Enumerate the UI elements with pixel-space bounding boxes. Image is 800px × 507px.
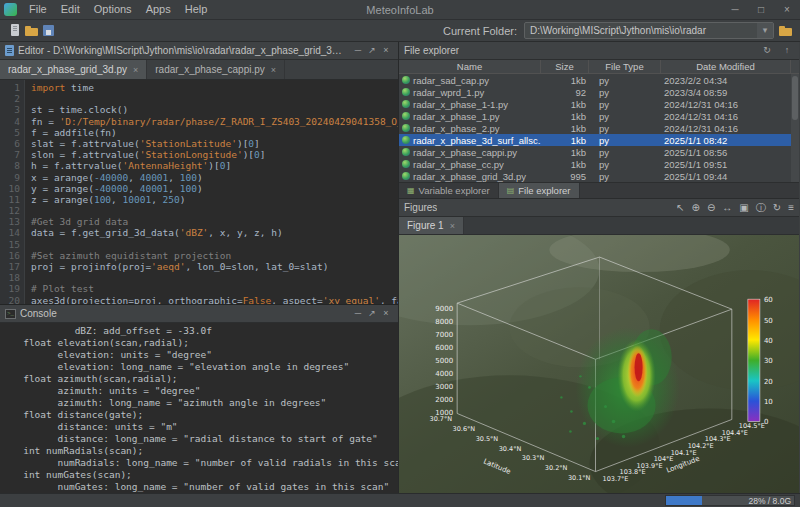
minimize-panel-icon[interactable]: ─: [351, 305, 365, 322]
python-file-icon: [402, 172, 410, 180]
full-extent-icon[interactable]: ▣: [739, 199, 748, 216]
file-explorer-header: File explorer ↻↑: [399, 42, 799, 60]
file-explorer-title: File explorer: [404, 45, 459, 56]
open-file-icon[interactable]: [24, 23, 39, 38]
python-file-icon: [402, 100, 410, 108]
close-button[interactable]: ×: [774, 0, 800, 19]
select-arrow-icon[interactable]: ↖: [676, 199, 684, 216]
float-panel-icon[interactable]: ↗: [365, 305, 379, 322]
maximize-button[interactable]: □: [748, 0, 774, 19]
new-script-icon[interactable]: [7, 23, 22, 38]
colorbar-tick: 10: [764, 397, 773, 406]
tab-variable-explorer[interactable]: ▦Variable explorer: [399, 183, 499, 198]
refresh-icon[interactable]: ↻: [760, 42, 774, 59]
colorbar-tick: 30: [764, 356, 773, 365]
file-row[interactable]: radar_x_phase_1-1.py1kbpy2024/12/31 04:1…: [399, 98, 799, 110]
code-line: z = arange(100, 10001, 250): [31, 194, 398, 205]
current-folder-combobox[interactable]: D:\Working\MIScript\Jython\mis\io\radar …: [524, 22, 774, 39]
close-panel-icon[interactable]: ×: [379, 305, 393, 322]
file-row[interactable]: radar_x_phase_cappi.py1kbpy2025/1/1 08:5…: [399, 146, 799, 158]
parent-folder-icon[interactable]: ↑: [780, 42, 794, 59]
file-size: 1kb: [541, 135, 589, 146]
menu-apps[interactable]: Apps: [139, 0, 178, 19]
column-header-name[interactable]: Name: [399, 60, 541, 73]
column-header-size[interactable]: Size: [541, 60, 589, 73]
code-line: axes3d(projection=proj, orthographic=Fal…: [31, 295, 398, 304]
minimize-panel-icon[interactable]: ─: [351, 42, 365, 59]
menu-bar: FileEditOptionsAppsHelp: [22, 0, 214, 19]
zoom-out-icon[interactable]: ⊖: [707, 199, 715, 216]
editor-tab-radar-x-phase-grid-3d-py[interactable]: radar_x_phase_grid_3d.py×: [0, 60, 147, 79]
menu-help[interactable]: Help: [178, 0, 215, 19]
fe-header-icons: ↻↑: [760, 42, 794, 59]
figure-canvas-container: 90008000700060005000400030002000100030.7…: [399, 235, 799, 495]
minimize-button[interactable]: ─: [722, 0, 748, 19]
tab-label: Variable explorer: [419, 185, 490, 196]
code-line: x = arange(-40000, 40001, 100): [31, 172, 398, 183]
file-name: radar_x_phase_grid_3d.py: [413, 171, 526, 182]
figure-canvas[interactable]: 90008000700060005000400030002000100030.7…: [399, 235, 799, 495]
file-date: 2024/12/31 04:16: [661, 123, 783, 134]
memory-indicator[interactable]: 28% / 8.0G: [665, 495, 795, 506]
menu-edit[interactable]: Edit: [54, 0, 87, 19]
tab-file-explorer[interactable]: ▤File explorer: [499, 183, 580, 198]
file-row[interactable]: radar_x_phase_2.py1kbpy2024/12/31 04:16: [399, 122, 799, 134]
z-axis-tick: 6000: [435, 343, 453, 352]
file-row[interactable]: radar_wprd_1.py92py2023/3/4 08:59: [399, 86, 799, 98]
fe-scrollbar[interactable]: [791, 74, 799, 182]
file-row[interactable]: radar_x_phase_grid_3d.py995py2025/1/1 09…: [399, 170, 799, 182]
latitude-tick: 30.2°N: [545, 464, 568, 472]
code-line: # Plot test: [31, 283, 398, 294]
browse-folder-button[interactable]: [778, 23, 793, 38]
file-row[interactable]: radar_sad_cap.py1kbpy2023/2/2 04:34: [399, 74, 799, 86]
code-editor[interactable]: 1234567891011121314151617181920 import t…: [0, 80, 398, 304]
identify-icon[interactable]: ⓘ: [756, 199, 766, 216]
close-panel-icon[interactable]: ×: [379, 42, 393, 59]
zoom-in-icon[interactable]: ⊕: [692, 199, 700, 216]
colorbar-tick: 50: [764, 316, 773, 325]
file-explorer-icon: ▤: [507, 186, 515, 195]
z-axis-tick: 9000: [435, 304, 453, 313]
file-row[interactable]: radar_x_phase_1.py1kbpy2024/12/31 04:16: [399, 110, 799, 122]
figures-panel: Figures ↖⊕⊖↔▣ⓘ↻≡ Figure 1 ×: [399, 198, 799, 495]
pan-icon[interactable]: ↔: [722, 199, 732, 216]
file-row[interactable]: radar_x_phase_3d_surf_allsc...1kbpy2025/…: [399, 134, 799, 146]
tab-label: radar_x_phase_grid_3d.py: [8, 64, 127, 75]
file-size: 92: [541, 87, 589, 98]
chevron-down-icon[interactable]: ▾: [757, 23, 773, 38]
fe-scrollbar-thumb[interactable]: [792, 76, 798, 120]
code-line: fn = 'D:/Temp/binary/radar/phase/Z_RADR_…: [31, 116, 398, 127]
editor-tab-radar-x-phase-cappi-py[interactable]: radar_x_phase_cappi.py×: [147, 60, 285, 79]
rotate-icon[interactable]: ↻: [773, 199, 781, 216]
menu-icon[interactable]: ≡: [788, 199, 794, 216]
float-panel-icon[interactable]: ↗: [365, 42, 379, 59]
file-type: py: [589, 135, 661, 146]
console-icon: [5, 309, 16, 319]
line-number: 16: [0, 250, 20, 261]
menu-options[interactable]: Options: [87, 0, 139, 19]
line-number: 13: [0, 216, 20, 227]
close-icon[interactable]: ×: [271, 65, 276, 75]
close-icon[interactable]: ×: [133, 65, 138, 75]
colorbar-tick: 60: [764, 295, 773, 304]
menu-file[interactable]: File: [22, 0, 54, 19]
line-number: 17: [0, 261, 20, 272]
code-lines[interactable]: import timest = time.clock()fn = 'D:/Tem…: [25, 80, 398, 304]
z-axis-tick: 8000: [435, 317, 453, 326]
line-number: 4: [0, 116, 20, 127]
line-number: 19: [0, 283, 20, 294]
console-output[interactable]: dBZ: add_offset = -33.0f float elevation…: [0, 323, 398, 493]
save-icon[interactable]: [41, 23, 56, 38]
line-number: 10: [0, 183, 20, 194]
current-folder-label: Current Folder:: [443, 25, 517, 37]
column-header-file-type[interactable]: File Type: [589, 60, 661, 73]
code-line: import time: [31, 82, 398, 93]
line-number: 15: [0, 239, 20, 250]
python-file-icon: [402, 136, 410, 144]
close-icon[interactable]: ×: [450, 221, 455, 231]
python-file-icon: [402, 160, 410, 168]
figure-tab[interactable]: Figure 1 ×: [399, 217, 464, 234]
column-header-date-modified[interactable]: Date Modified: [661, 60, 791, 73]
file-row[interactable]: radar_x_phase_cc.py1kbpy2025/1/1 09:51: [399, 158, 799, 170]
line-number: 2: [0, 93, 20, 104]
